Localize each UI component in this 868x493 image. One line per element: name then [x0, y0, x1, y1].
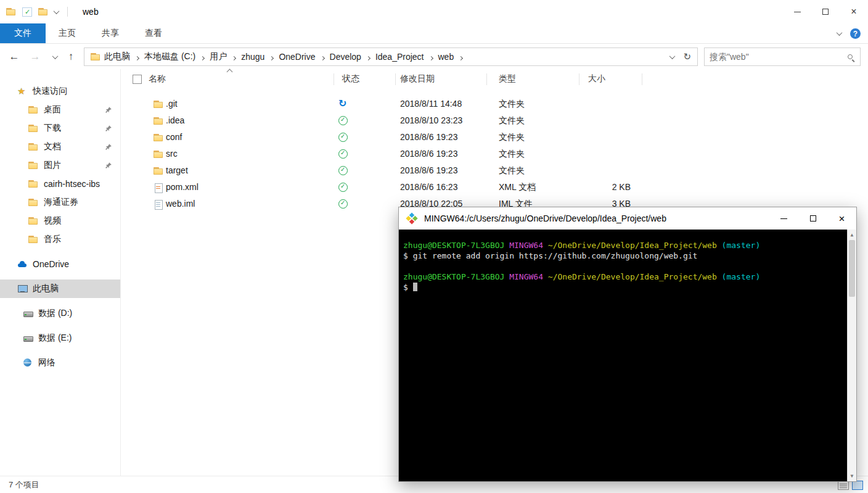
chevron-right-icon[interactable] — [321, 51, 324, 62]
thumbnails-view-button[interactable] — [852, 481, 863, 490]
sync-complete-icon — [338, 133, 348, 142]
breadcrumb-web[interactable]: web — [437, 52, 456, 62]
file-type: 文件夹 — [499, 115, 525, 126]
drive-icon — [23, 333, 33, 343]
chevron-right-icon[interactable] — [367, 51, 370, 62]
breadcrumb-this-pc[interactable]: 此电脑 — [103, 51, 131, 62]
sidebar-item-this-pc[interactable]: 此电脑 — [0, 280, 120, 298]
details-view-button[interactable] — [838, 481, 849, 490]
tab-view[interactable]: 查看 — [132, 23, 175, 43]
sidebar-item-cairh-htsec-ibs[interactable]: cairh-htsec-ibs — [0, 175, 120, 193]
sidebar-item-desktop[interactable]: 桌面 — [0, 101, 120, 119]
file-icon — [154, 199, 163, 209]
terminal-titlebar[interactable]: MINGW64:/c/Users/zhugu/OneDrive/Develop/… — [399, 207, 856, 230]
window-folder-icon — [6, 7, 16, 17]
sidebar-item-quick-access[interactable]: 快速访问 — [0, 82, 120, 101]
breadcrumb-onedrive[interactable]: OneDrive — [277, 52, 316, 62]
scroll-down-icon[interactable]: ▼ — [848, 471, 856, 481]
terminal-content[interactable]: zhugu@DESKTOP-7L3GBOJ MINGW64 ~/OneDrive… — [399, 230, 856, 481]
chevron-right-icon[interactable] — [459, 51, 462, 62]
ribbon-expand-chevron-icon[interactable] — [837, 30, 843, 36]
explorer-maximize-button[interactable] — [811, 0, 840, 23]
explorer-titlebar[interactable]: web × — [0, 0, 868, 23]
breadcrumb-zhugu[interactable]: zhugu — [240, 52, 266, 62]
folder-icon — [28, 216, 38, 226]
file-row-conf[interactable]: conf 2018/8/6 19:23 文件夹 — [121, 130, 868, 146]
quick-access-check-icon[interactable] — [22, 7, 32, 17]
help-button[interactable]: ? — [850, 28, 861, 39]
column-header-size[interactable]: 大小 — [588, 73, 605, 85]
explorer-close-button[interactable]: × — [840, 0, 868, 23]
file-row-idea[interactable]: .idea 2018/8/10 23:23 文件夹 — [121, 113, 868, 130]
column-header-name[interactable]: 名称 — [149, 73, 166, 85]
terminal-scrollbar[interactable]: ▲ ▼ — [847, 230, 856, 481]
sidebar-item-drive-e[interactable]: 数据 (E:) — [0, 329, 120, 347]
folder-icon — [28, 123, 38, 133]
forward-button[interactable]: → — [27, 49, 43, 65]
column-separator[interactable] — [642, 73, 642, 85]
file-name: .git — [166, 99, 178, 109]
scroll-up-icon[interactable]: ▲ — [848, 230, 856, 239]
computer-icon — [17, 284, 27, 294]
column-header-date[interactable]: 修改日期 — [400, 73, 435, 85]
sidebar-item-downloads[interactable]: 下载 — [0, 119, 120, 138]
chevron-right-icon[interactable] — [201, 51, 204, 62]
column-separator[interactable] — [486, 73, 487, 85]
file-row-target[interactable]: target 2018/8/6 19:23 文件夹 — [121, 163, 868, 180]
chevron-right-icon[interactable] — [136, 51, 139, 62]
terminal-close-button[interactable]: × — [827, 207, 856, 230]
sidebar-item-label: cairh-htsec-ibs — [44, 179, 100, 189]
address-dropdown-chevron-icon[interactable] — [669, 53, 676, 59]
file-row-git[interactable]: .git 2018/8/11 14:48 文件夹 — [121, 96, 868, 113]
drive-icon — [23, 309, 33, 318]
column-header-status[interactable]: 状态 — [342, 73, 359, 85]
tab-share[interactable]: 共享 — [89, 23, 132, 43]
select-all-checkbox[interactable] — [133, 75, 142, 84]
sidebar-item-label: 此电脑 — [33, 283, 59, 294]
sync-pending-icon — [338, 99, 348, 109]
column-separator[interactable] — [334, 73, 334, 85]
sidebar-item-label: 视频 — [44, 215, 61, 226]
refresh-button[interactable]: ↻ — [683, 51, 691, 62]
explorer-minimize-button[interactable] — [783, 0, 811, 23]
back-button[interactable]: ← — [6, 49, 22, 65]
prompt-user-host: zhugu@DESKTOP-7L3GBOJ — [403, 241, 504, 250]
chevron-right-icon[interactable] — [270, 51, 273, 62]
file-type: 文件夹 — [499, 165, 525, 176]
terminal-input-line: $ — [403, 282, 843, 292]
sidebar-item-videos[interactable]: 视频 — [0, 212, 120, 230]
sidebar-item-music[interactable]: 音乐 — [0, 230, 120, 249]
quick-access-folder-icon[interactable] — [38, 7, 48, 17]
chevron-right-icon[interactable] — [232, 51, 235, 62]
sidebar-item-drive-d[interactable]: 数据 (D:) — [0, 304, 120, 323]
file-row-pom-xml[interactable]: pom.xml 2018/6/6 16:23 XML 文档 2 KB — [121, 180, 868, 196]
breadcrumb-develop[interactable]: Develop — [329, 52, 362, 62]
sidebar-item-network[interactable]: 网络 — [0, 354, 120, 372]
qat-customize-chevron-icon[interactable] — [54, 8, 60, 14]
tab-home[interactable]: 主页 — [46, 23, 89, 43]
search-box[interactable] — [704, 48, 861, 66]
column-header-type[interactable]: 类型 — [499, 73, 516, 85]
terminal-minimize-button[interactable] — [769, 207, 798, 230]
search-icon[interactable] — [848, 54, 853, 59]
scrollbar-thumb[interactable] — [849, 240, 855, 297]
sidebar-item-documents[interactable]: 文档 — [0, 138, 120, 156]
terminal-maximize-button[interactable] — [798, 207, 827, 230]
folder-icon — [154, 166, 163, 176]
breadcrumb-users[interactable]: 用户 — [208, 51, 228, 62]
column-separator[interactable] — [395, 73, 396, 85]
chevron-right-icon[interactable] — [430, 51, 433, 62]
history-chevron-icon[interactable] — [47, 49, 63, 65]
tab-file[interactable]: 文件 — [0, 23, 46, 43]
search-input[interactable] — [710, 52, 848, 62]
file-row-src[interactable]: src 2018/8/6 19:23 文件夹 — [121, 146, 868, 163]
breadcrumb-c-drive[interactable]: 本地磁盘 (C:) — [143, 51, 197, 62]
sidebar-item-onedrive[interactable]: OneDrive — [0, 255, 120, 273]
prompt-branch: (master) — [722, 272, 761, 281]
up-button[interactable]: ↑ — [63, 49, 79, 65]
sidebar-item-haitong[interactable]: 海通证券 — [0, 193, 120, 212]
address-bar[interactable]: 此电脑 本地磁盘 (C:) 用户 zhugu OneDrive Develop … — [84, 48, 698, 66]
column-separator[interactable] — [579, 73, 579, 85]
breadcrumb-idea-project[interactable]: Idea_Project — [374, 52, 425, 62]
sidebar-item-pictures[interactable]: 图片 — [0, 156, 120, 175]
